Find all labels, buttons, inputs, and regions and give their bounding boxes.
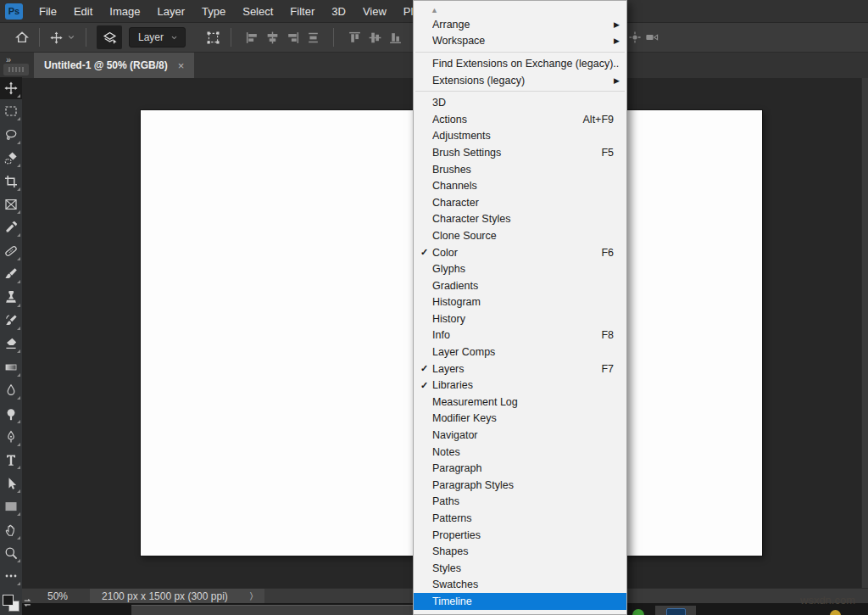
document-tab[interactable]: Untitled-1 @ 50% (RGB/8) × (34, 53, 194, 78)
menu-item-swatches[interactable]: Swatches (414, 577, 626, 594)
menubar-item-file[interactable]: File (31, 2, 65, 21)
menu-item-libraries[interactable]: ✓Libraries (414, 377, 626, 394)
zoom-level-field[interactable]: 50% (47, 590, 68, 602)
tool-move[interactable] (0, 77, 22, 99)
taskbar-app-icon-blue[interactable] (666, 608, 686, 615)
menu-item-notes[interactable]: Notes (414, 444, 626, 461)
menu-item-gradients[interactable]: Gradients (414, 277, 626, 294)
menu-item-3d[interactable]: 3D (414, 94, 626, 111)
menu-item-label: History (432, 313, 620, 325)
menu-item-glyphs[interactable]: Glyphs (414, 260, 626, 277)
taskbar-app-icon-green[interactable] (632, 609, 644, 615)
tab-close-icon[interactable]: × (178, 59, 185, 72)
foreground-color-swatch[interactable] (3, 595, 14, 606)
menu-item-brushes[interactable]: Brushes (414, 161, 626, 178)
tool-clone-stamp[interactable] (0, 287, 22, 309)
auto-select-toggle[interactable] (97, 25, 122, 49)
menu-item-layers[interactable]: ✓LayersF7 (414, 361, 626, 377)
color-swatches[interactable] (3, 595, 19, 612)
auto-select-target-dropdown[interactable]: Layer (129, 27, 186, 48)
transform-controls-toggle[interactable] (206, 31, 220, 45)
menu-item-history[interactable]: History (414, 310, 626, 327)
menubar-item-view[interactable]: View (354, 2, 395, 21)
tool-eraser[interactable] (0, 333, 22, 355)
menu-item-label: Color (432, 247, 601, 259)
tool-brush[interactable] (0, 263, 22, 285)
menu-item-clone-source[interactable]: Clone Source (414, 227, 626, 244)
menu-item-arrange[interactable]: Arrange▶ (414, 16, 626, 33)
move-icon (50, 31, 63, 44)
chevron-down-icon[interactable] (67, 33, 75, 42)
menu-item-brush-settings[interactable]: Brush SettingsF5 (414, 144, 626, 161)
tool-type[interactable] (0, 449, 22, 471)
menu-item-properties[interactable]: Properties (414, 527, 626, 544)
menubar-item-layer[interactable]: Layer (149, 2, 194, 21)
align-center-h-button[interactable] (265, 31, 280, 45)
menu-item-styles[interactable]: Styles (414, 560, 626, 577)
menu-item-paragraph-styles[interactable]: Paragraph Styles (414, 477, 626, 494)
menu-item-character[interactable]: Character (414, 194, 626, 211)
menu-item-channels[interactable]: Channels (414, 177, 626, 194)
menu-item-shapes[interactable]: Shapes (414, 543, 626, 560)
pen-icon (4, 430, 18, 444)
align-bottom-button[interactable] (388, 31, 403, 45)
distribute-vertical-button[interactable] (306, 31, 320, 45)
tool-history-brush[interactable] (0, 310, 22, 332)
tool-lasso[interactable] (0, 124, 22, 146)
taskbar-app-icon-yellow[interactable] (830, 610, 841, 615)
menu-item-paragraph[interactable]: Paragraph (414, 460, 626, 477)
tool-dodge[interactable] (0, 403, 22, 425)
menu-item-find-extensions-on-exchange-legacy[interactable]: Find Extensions on Exchange (legacy)... (414, 55, 626, 72)
align-middle-v-button[interactable] (368, 31, 382, 45)
menu-item-actions[interactable]: ActionsAlt+F9 (414, 111, 626, 128)
swap-colors-icon[interactable] (21, 596, 34, 609)
menu-item-navigator[interactable]: Navigator (414, 427, 626, 444)
menubar-item-type[interactable]: Type (193, 2, 234, 21)
tool-eyedropper[interactable] (0, 216, 22, 238)
menu-item-adjustments[interactable]: Adjustments (414, 128, 626, 145)
menu-item-paths[interactable]: Paths (414, 494, 626, 511)
document-info-segment[interactable]: 2100 px x 1500 px (300 ppi) 〉 (90, 589, 264, 604)
orbit-3d-icon[interactable] (628, 31, 642, 44)
tool-frame[interactable] (0, 193, 22, 215)
menubar-item-image[interactable]: Image (101, 2, 148, 21)
menu-item-extensions-legacy[interactable]: Extensions (legacy)▶ (414, 72, 626, 89)
tool-spot-healing-brush[interactable] (0, 240, 22, 262)
camera-3d-icon[interactable] (645, 31, 659, 44)
tool-gradient[interactable] (0, 356, 22, 378)
tool-zoom[interactable] (0, 542, 22, 564)
menu-item-measurement-log[interactable]: Measurement Log (414, 394, 626, 411)
tool-rectangle[interactable] (0, 495, 22, 517)
align-top-button[interactable] (348, 31, 362, 45)
align-right-button[interactable] (286, 31, 300, 45)
menubar-item-edit[interactable]: Edit (65, 2, 101, 21)
tool-crop[interactable] (0, 171, 22, 193)
tool-blur[interactable] (0, 379, 22, 401)
menu-item-shortcut: Alt+F9 (583, 114, 614, 126)
menu-item-info[interactable]: InfoF8 (414, 327, 626, 344)
menu-item-color[interactable]: ✓ColorF6 (414, 244, 626, 261)
toolbar-grip[interactable] (3, 64, 29, 75)
move-tool-icon[interactable] (50, 31, 63, 44)
tool-rectangular-marquee[interactable] (0, 100, 22, 122)
menu-item-character-styles[interactable]: Character Styles (414, 211, 626, 228)
menubar-item-3d[interactable]: 3D (323, 2, 354, 21)
align-center-h-icon (265, 31, 280, 45)
flyout-triangle-icon (17, 373, 20, 377)
align-left-button[interactable] (245, 31, 259, 45)
menu-scroll-up[interactable]: ▲ (414, 3, 626, 16)
tool-pen[interactable] (0, 426, 22, 448)
menu-item-patterns[interactable]: Patterns (414, 510, 626, 527)
menubar-item-filter[interactable]: Filter (281, 2, 323, 21)
tool-hand[interactable] (0, 519, 22, 541)
menu-item-timeline[interactable]: Timeline (414, 593, 626, 610)
menubar-item-select[interactable]: Select (234, 2, 281, 21)
menu-item-workspace[interactable]: Workspace▶ (414, 33, 626, 50)
tool-edit-toolbar[interactable] (0, 565, 22, 587)
menu-item-layer-comps[interactable]: Layer Comps (414, 344, 626, 361)
tool-path-selection[interactable] (0, 472, 22, 495)
home-icon[interactable] (15, 31, 29, 44)
menu-item-modifier-keys[interactable]: Modifier Keys (414, 411, 626, 428)
tool-object-selection[interactable] (0, 147, 22, 169)
menu-item-histogram[interactable]: Histogram (414, 294, 626, 311)
